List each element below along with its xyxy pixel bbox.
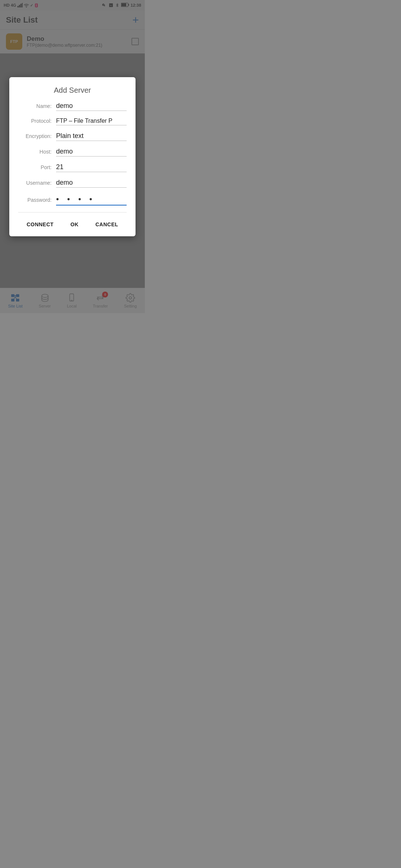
field-protocol-row: Protocol: FTP – File Transfer P <box>18 118 127 125</box>
field-encryption-label: Encryption: <box>18 133 52 139</box>
field-port-label: Port: <box>18 164 52 170</box>
field-host-value[interactable]: demo <box>56 148 127 157</box>
cancel-button[interactable]: CANCEL <box>91 218 123 230</box>
field-port-value[interactable]: 21 <box>56 163 127 172</box>
field-encryption-row: Encryption: Plain text <box>18 132 127 141</box>
modal-overlay: Add Server Name: demo Protocol: FTP – Fi… <box>0 0 145 313</box>
dialog-actions: CONNECT OK CANCEL <box>18 212 127 236</box>
field-name-label: Name: <box>18 103 52 109</box>
field-username-value[interactable]: demo <box>56 179 127 188</box>
field-host-label: Host: <box>18 149 52 155</box>
add-server-dialog: Add Server Name: demo Protocol: FTP – Fi… <box>9 77 136 236</box>
field-encryption-value[interactable]: Plain text <box>56 132 127 141</box>
field-password-row: Password: • • • • <box>18 194 127 206</box>
field-password-value[interactable]: • • • • <box>56 194 127 206</box>
field-name-row: Name: demo <box>18 102 127 111</box>
field-username-row: Username: demo <box>18 179 127 188</box>
field-host-row: Host: demo <box>18 148 127 157</box>
field-username-label: Username: <box>18 180 52 186</box>
ok-button[interactable]: OK <box>66 218 83 230</box>
field-protocol-value[interactable]: FTP – File Transfer P <box>56 118 127 125</box>
field-name-value[interactable]: demo <box>56 102 127 111</box>
field-password-label: Password: <box>18 197 52 203</box>
dialog-title: Add Server <box>18 86 127 95</box>
field-port-row: Port: 21 <box>18 163 127 172</box>
field-protocol-label: Protocol: <box>18 118 52 124</box>
connect-button[interactable]: CONNECT <box>22 218 58 230</box>
